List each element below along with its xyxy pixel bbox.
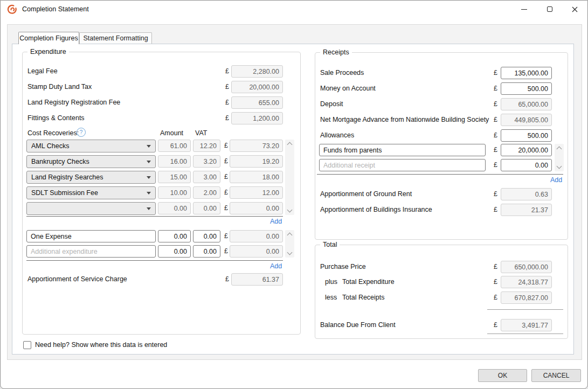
- receipt-name-input[interactable]: [319, 144, 486, 156]
- divider: [26, 216, 283, 217]
- expense-vat-input[interactable]: [193, 230, 220, 242]
- expense-amount-input[interactable]: [158, 245, 191, 258]
- cost-recovery-type-dropdown[interactable]: AML Checks: [26, 140, 156, 152]
- receipt-name-input[interactable]: [319, 159, 486, 171]
- expense-amount-input[interactable]: [158, 230, 191, 242]
- deposit-label: Deposit: [320, 98, 343, 110]
- currency-symbol: £: [222, 202, 228, 214]
- currency-symbol: £: [223, 81, 229, 93]
- balance-divider: [487, 334, 563, 334]
- stamp-duty-label: Stamp Duty Land Tax: [27, 81, 92, 93]
- stamp-duty-field: [231, 81, 283, 93]
- receipts-scrollbar[interactable]: [555, 144, 564, 171]
- need-help-checkbox[interactable]: [23, 341, 31, 349]
- currency-symbol: £: [491, 204, 497, 216]
- land-registry-fee-field: [231, 96, 283, 109]
- add-cost-recovery-link[interactable]: Add: [270, 218, 282, 225]
- cost-recovery-amount-field: [158, 171, 191, 183]
- currency-symbol: £: [222, 140, 228, 152]
- cost-recovery-amount-field: [158, 202, 191, 214]
- currency-symbol: £: [222, 171, 228, 183]
- currency-symbol: £: [223, 96, 229, 109]
- add-receipt-link[interactable]: Add: [550, 176, 562, 184]
- currency-symbol: £: [222, 186, 228, 199]
- cost-recovery-total-field: [230, 186, 283, 199]
- cost-recoveries-scrollbar[interactable]: [285, 140, 294, 215]
- currency-symbol: £: [223, 112, 229, 124]
- ground-rent-apportionment-field: [501, 188, 552, 200]
- expense-total-field: [230, 245, 283, 258]
- title-bar: Completion Statement: [1, 1, 587, 18]
- minimize-button[interactable]: [511, 1, 537, 18]
- currency-symbol: £: [491, 261, 497, 273]
- ground-rent-apportionment-label: Apportionment of Ground Rent: [320, 188, 412, 200]
- expenses-scrollbar[interactable]: [285, 230, 294, 258]
- scroll-down-icon[interactable]: [287, 250, 293, 255]
- cost-recovery-vat-field: [193, 140, 220, 152]
- cancel-button[interactable]: CANCEL: [531, 369, 581, 382]
- currency-symbol: £: [491, 291, 497, 304]
- total-receipts-field: [501, 291, 552, 304]
- receipt-amount-input[interactable]: [501, 144, 552, 156]
- scroll-up-icon[interactable]: [287, 142, 293, 148]
- balance-due-field: [501, 319, 552, 331]
- currency-symbol: £: [491, 98, 497, 110]
- currency-symbol: £: [491, 188, 497, 200]
- money-on-account-label: Money on Account: [320, 82, 376, 95]
- cost-recovery-type-dropdown[interactable]: Land Registry Searches: [26, 171, 156, 184]
- add-expense-link[interactable]: Add: [270, 262, 282, 270]
- tab-statement-formatting[interactable]: Statement Formatting: [79, 32, 152, 44]
- sale-proceeds-input[interactable]: [501, 67, 552, 79]
- need-help-label: Need help? Show where this data is enter…: [35, 339, 167, 351]
- maximize-icon: [547, 6, 552, 12]
- amount-column-header: Amount: [160, 127, 183, 140]
- chevron-down-icon: [147, 192, 151, 194]
- cost-recovery-amount-field: [158, 155, 191, 168]
- window-title: Completion Statement: [22, 5, 89, 13]
- legal-fee-field: [231, 65, 283, 78]
- total-receipts-label: Total Receipts: [342, 291, 385, 304]
- cost-recovery-vat-field: [193, 155, 220, 168]
- net-mortgage-advance-field: [501, 114, 552, 126]
- purchase-price-label: Purchase Price: [320, 261, 366, 273]
- divider: [317, 174, 563, 175]
- receipt-amount-input[interactable]: [501, 159, 552, 171]
- close-icon: [572, 6, 578, 12]
- cost-recovery-type-dropdown[interactable]: Bankruptcy Checks: [26, 155, 156, 168]
- expense-vat-input[interactable]: [193, 245, 220, 258]
- currency-symbol: £: [491, 67, 497, 79]
- currency-symbol: £: [491, 129, 497, 142]
- currency-symbol: £: [491, 82, 497, 95]
- purchase-price-field: [501, 261, 552, 273]
- scroll-up-icon[interactable]: [287, 233, 293, 238]
- total-divider: [487, 309, 563, 310]
- cost-recovery-type-dropdown[interactable]: [26, 202, 156, 215]
- currency-symbol: £: [223, 273, 229, 286]
- dropdown-value: Land Registry Searches: [31, 173, 147, 181]
- deposit-field: [501, 98, 552, 110]
- expense-name-input[interactable]: [26, 245, 156, 258]
- cost-recovery-vat-field: [193, 202, 220, 214]
- scroll-down-icon[interactable]: [557, 164, 562, 169]
- cost-recovery-total-field: [230, 171, 283, 183]
- money-on-account-input[interactable]: [501, 82, 552, 95]
- scroll-down-icon[interactable]: [287, 207, 293, 213]
- scroll-up-icon[interactable]: [557, 147, 562, 152]
- currency-symbol: £: [491, 319, 497, 331]
- cost-recovery-type-dropdown[interactable]: SDLT Submission Fee: [26, 186, 156, 199]
- close-button[interactable]: [562, 1, 587, 18]
- tab-completion-figures[interactable]: Completion Figures: [18, 32, 79, 44]
- allowances-input[interactable]: [501, 129, 552, 142]
- expense-name-input[interactable]: [26, 230, 156, 242]
- minimize-icon: [521, 9, 527, 10]
- buildings-insurance-apportionment-label: Apportionment of Buildings Insurance: [320, 204, 432, 216]
- ok-button[interactable]: OK: [478, 369, 527, 382]
- help-icon[interactable]: ?: [77, 128, 86, 137]
- expenditure-legend: Expenditure: [27, 47, 69, 57]
- window-controls: [511, 1, 587, 18]
- cost-recovery-total-field: [230, 202, 283, 214]
- currency-symbol: £: [491, 144, 497, 156]
- maximize-button[interactable]: [537, 1, 562, 18]
- cost-recovery-vat-field: [193, 186, 220, 199]
- chevron-down-icon: [147, 176, 151, 179]
